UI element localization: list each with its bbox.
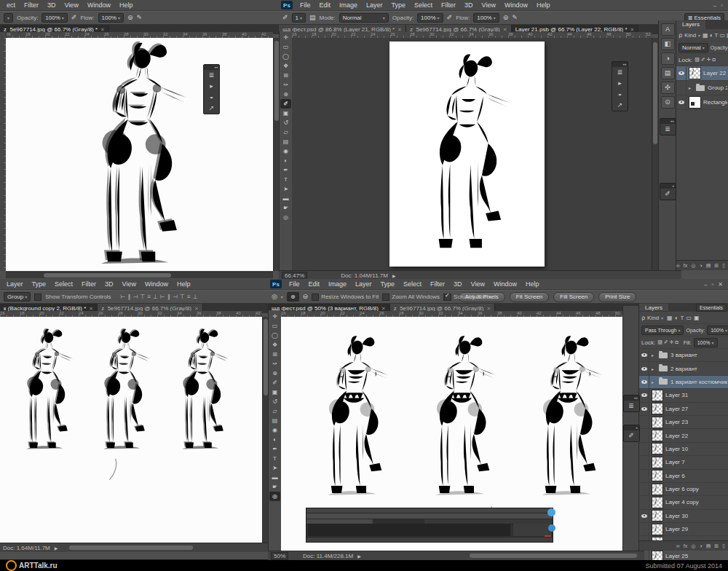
tool-button[interactable]: ▬ [269, 473, 280, 482]
menu-item[interactable]: View [118, 280, 141, 288]
layer-row[interactable]: ▸ Layer 4 copy [639, 496, 728, 509]
layer-thumbnail[interactable] [652, 497, 663, 508]
canvas-sketch[interactable] [6, 38, 273, 271]
tool-button[interactable]: ❖ [280, 61, 291, 71]
tool-button[interactable]: ◐ [269, 435, 280, 444]
layer-name[interactable]: Group 2 [708, 84, 727, 91]
layers-footer-icon[interactable]: ⊞ [714, 543, 719, 549]
blend-mode-select[interactable]: Normal▾ [339, 13, 389, 23]
layer-filter-icon[interactable]: T [681, 315, 684, 321]
layer-filter-icon[interactable]: ▦ [703, 32, 708, 39]
menu-item[interactable]: File [296, 1, 315, 9]
zoom-level[interactable]: 66.47% [282, 272, 307, 280]
layers-footer-icon[interactable]: ⊞ [714, 263, 719, 269]
layer-name[interactable]: 2 вариант [670, 366, 697, 372]
dock-panel-icon[interactable]: A [661, 23, 675, 36]
layer-filter-icon[interactable]: ▭ [686, 315, 692, 321]
horizontal-scrollbar[interactable] [69, 546, 193, 550]
visibility-toggle[interactable] [639, 403, 649, 415]
dock-panel-icon[interactable]: ⊙ [661, 96, 675, 109]
brush-icon[interactable]: ✐ [624, 430, 639, 441]
window-control-icon[interactable]: ▫ [721, 2, 723, 9]
menu-item[interactable]: Layer [362, 1, 387, 9]
layer-row[interactable]: ▸ Layer 27 [639, 403, 728, 416]
panel-collapse-handle[interactable]: ◂◂ [612, 62, 628, 67]
menu-item[interactable]: Help [521, 280, 544, 288]
layer-thumbnail[interactable] [689, 96, 701, 109]
layer-thumbnail[interactable] [652, 417, 663, 428]
panel-icon[interactable]: ≣ [204, 70, 219, 81]
layer-name[interactable]: Layer 22 [703, 70, 726, 76]
tool-preset-picker[interactable]: ▾ [4, 13, 13, 23]
lock-icon[interactable]: ◘ [676, 339, 678, 345]
window-control-icon[interactable]: ✕ [718, 281, 723, 288]
menu-item[interactable]: Window [141, 280, 173, 288]
zoom-preset-button[interactable]: Print Size [598, 292, 636, 302]
menu-item[interactable]: Help [115, 1, 138, 9]
status-flyout-icon[interactable]: ▶ [357, 554, 361, 559]
layer-thumbnail[interactable] [652, 457, 663, 468]
layer-name[interactable]: Layer 27 [665, 406, 688, 412]
tool-button[interactable]: ▬ [280, 194, 291, 203]
tool-button[interactable]: ▭ [280, 42, 291, 52]
align-icon[interactable]: ⊣ [132, 294, 138, 300]
lock-icon[interactable]: ▨ [695, 57, 700, 63]
layer-name[interactable]: 3 вариант [670, 352, 697, 358]
window-control-icon[interactable]: ‒ [704, 281, 707, 288]
visibility-toggle[interactable] [639, 349, 649, 361]
visibility-toggle[interactable] [676, 66, 687, 80]
tool-button[interactable]: ▣ [269, 387, 280, 397]
menu-item[interactable]: Filter [437, 1, 460, 9]
group-expand-icon[interactable]: ▸ [652, 366, 657, 371]
status-flyout-icon[interactable]: ▶ [55, 546, 58, 551]
status-flyout-icon[interactable]: ▶ [392, 273, 396, 278]
align-icon[interactable]: ≡ [187, 294, 191, 300]
menu-item[interactable]: Image [324, 280, 351, 288]
align-icon[interactable]: ⊥ [153, 294, 158, 300]
vertical-scrollbar[interactable] [652, 38, 658, 270]
menu-item[interactable]: File [285, 280, 304, 288]
layer-row[interactable]: ▸ Layer 23 [639, 416, 728, 429]
sliders-icon[interactable]: ≣ [660, 124, 676, 135]
layers-footer-icon[interactable]: ▤ [706, 263, 711, 269]
layers-footer-icon[interactable]: ∞ [676, 263, 680, 268]
canvas-lineart[interactable] [389, 42, 545, 267]
layer-thumbnail[interactable] [652, 551, 663, 560]
canvas-costume-variants[interactable] [281, 317, 622, 551]
dock-panel-icon[interactable]: ▤ [661, 67, 675, 79]
checkbox[interactable] [444, 294, 451, 301]
menu-item[interactable]: Type [28, 280, 51, 288]
tool-button[interactable]: ➤ [280, 184, 291, 194]
lock-icon[interactable]: ◘ [713, 57, 716, 63]
option-checkbox-group[interactable]: Resize Windows to Fit [312, 294, 379, 301]
layers-panel-tab[interactable]: Layers [676, 20, 705, 29]
tool-button[interactable]: ✐ [280, 99, 291, 109]
layers-footer-icon[interactable]: ◑ [699, 263, 702, 268]
layers-footer-icon[interactable]: ◎ [691, 263, 695, 269]
menu-item[interactable]: View [478, 1, 500, 9]
tool-button[interactable]: ◎ [280, 213, 291, 222]
visibility-toggle[interactable] [639, 429, 649, 441]
airbrush-icon[interactable]: ⊚ [503, 14, 509, 22]
tablet-opacity-icon[interactable]: ✐ [447, 14, 453, 22]
opacity-select[interactable]: 100%▾ [417, 13, 443, 23]
canvas-three-sketches[interactable] [0, 317, 262, 543]
airbrush-icon[interactable]: ⊚ [127, 14, 133, 22]
tool-button[interactable]: ▤ [280, 137, 291, 146]
fill-select[interactable]: 100%▾ [694, 338, 718, 347]
tool-button[interactable]: ⊞ [269, 350, 280, 359]
tablet-opacity-icon[interactable]: ✐ [71, 14, 77, 22]
layer-row[interactable]: ▸ 3 вариант [639, 349, 728, 362]
layer-name[interactable]: Layer 4 copy [665, 499, 699, 505]
layers-panel-tab[interactable]: Layers [639, 304, 668, 311]
auto-select-mode[interactable]: Group▾ [4, 292, 31, 302]
layer-row[interactable]: ▸ 2 вариант [639, 362, 728, 375]
vertical-scrollbar[interactable] [273, 38, 279, 271]
flow-select[interactable]: 100%▾ [98, 13, 124, 23]
layer-thumbnail[interactable] [652, 524, 663, 535]
tool-button[interactable]: ✐ [269, 378, 280, 387]
visibility-toggle[interactable] [676, 95, 687, 109]
tool-button[interactable]: ⊕ [280, 90, 291, 99]
tablet-size-icon[interactable]: ✎ [512, 14, 518, 22]
tool-button[interactable]: ✒ [269, 444, 280, 454]
